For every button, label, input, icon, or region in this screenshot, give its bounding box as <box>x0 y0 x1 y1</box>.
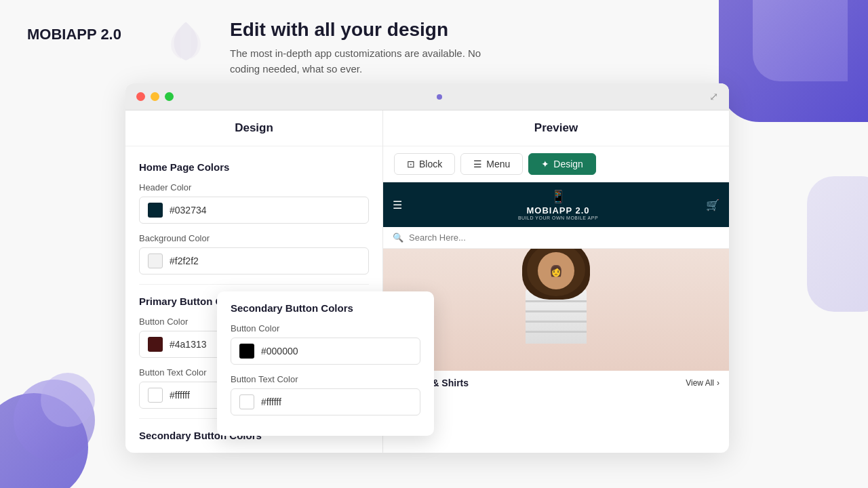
background-color-value: #f2f2f2 <box>170 256 199 266</box>
tab-menu-label: Menu <box>486 159 510 169</box>
hero-title: Edit with all your design <box>230 19 488 41</box>
background-color-swatch <box>148 253 163 268</box>
bg-decoration-bottom-left <box>0 339 122 488</box>
mobile-preview: ☰ 📱 MOBIAPP 2.0 BUILD YOUR OWN MOBILE AP… <box>383 182 729 453</box>
design-panel-title: Design <box>125 110 382 146</box>
primary-button-color-swatch <box>148 337 163 352</box>
popup-button-text-color-field[interactable]: #ffffff <box>231 388 420 415</box>
tab-design-label: Design <box>553 159 583 169</box>
background-color-label: Background Color <box>139 233 369 243</box>
popup-title: Secondary Button Colors <box>231 302 420 314</box>
mobile-logo-area: 📱 MOBIAPP 2.0 BUILD YOUR OWN MOBILE APP <box>410 189 706 220</box>
primary-button-color-value: #4a1313 <box>170 339 207 350</box>
popup-button-color-value: #000000 <box>261 346 298 357</box>
home-page-colors-title: Home Page Colors <box>139 161 369 173</box>
cart-icon[interactable]: 🛒 <box>706 199 719 211</box>
view-all-link[interactable]: View All › <box>686 378 719 388</box>
menu-icon: ☰ <box>473 159 482 169</box>
block-icon: ⊡ <box>407 159 415 169</box>
browser-dot-green[interactable] <box>165 92 174 101</box>
popup-button-color-field[interactable]: #000000 <box>231 338 420 365</box>
hero-text: Edit with all your design The most in-de… <box>230 19 488 77</box>
mobile-logo-text: MOBIAPP 2.0 <box>526 205 589 216</box>
popup-button-color-swatch <box>239 344 254 359</box>
tab-block-label: Block <box>419 159 442 169</box>
product-image-area: 👩 <box>383 249 729 371</box>
preview-panel: Preview ⊡ Block ☰ Menu ✦ Design <box>383 110 729 453</box>
popup-button-text-color-label: Button Text Color <box>231 374 420 384</box>
expand-icon[interactable]: ⤢ <box>709 90 718 103</box>
hamburger-icon[interactable]: ☰ <box>393 199 402 211</box>
primary-button-text-color-value: #ffffff <box>170 390 190 401</box>
bg-decoration-right-mid <box>807 176 868 312</box>
design-icon: ✦ <box>541 159 549 169</box>
browser-titlebar: ⤢ <box>125 83 729 110</box>
preview-tabs: ⊡ Block ☰ Menu ✦ Design <box>383 146 729 182</box>
header-color-value: #032734 <box>170 205 207 216</box>
browser-url-dot <box>437 94 442 100</box>
hero-description: The most in-depth app customizations are… <box>230 46 488 77</box>
chevron-right-icon: › <box>717 378 719 388</box>
tab-block[interactable]: ⊡ Block <box>394 153 455 175</box>
header-color-label: Header Color <box>139 182 369 192</box>
hero-icon <box>162 16 210 73</box>
background-color-field[interactable]: #f2f2f2 <box>139 247 369 274</box>
search-icon: 🔍 <box>393 232 403 243</box>
popup-button-text-color-value: #ffffff <box>261 396 281 407</box>
primary-button-text-color-swatch <box>148 388 163 403</box>
popup-button-text-color-swatch <box>239 394 254 409</box>
tab-design[interactable]: ✦ Design <box>528 153 596 175</box>
popup-button-color-label: Button Color <box>231 323 420 333</box>
secondary-button-popup: Secondary Button Colors Button Color #00… <box>217 291 434 436</box>
search-input[interactable] <box>409 232 719 243</box>
header-color-swatch <box>148 203 163 218</box>
browser-dot-yellow[interactable] <box>151 92 159 101</box>
header-color-field[interactable]: #032734 <box>139 197 369 224</box>
mobile-logo-icon: 📱 <box>551 189 566 204</box>
mobile-search-bar: 🔍 <box>383 227 729 249</box>
mobile-logo-sub: BUILD YOUR OWN MOBILE APP <box>518 216 598 220</box>
browser-dot-red[interactable] <box>136 92 145 101</box>
app-logo: MOBIAPP 2.0 <box>27 26 121 43</box>
tab-menu[interactable]: ☰ Menu <box>460 153 523 175</box>
product-category: Blouses & Shirts View All › <box>383 371 729 395</box>
preview-panel-title: Preview <box>383 110 729 146</box>
page-header: MOBIAPP 2.0 Edit with all your design Th… <box>0 0 868 83</box>
secondary-button-color-label: Button Color <box>139 451 369 453</box>
section-divider-1 <box>139 284 369 285</box>
mobile-header: ☰ 📱 MOBIAPP 2.0 BUILD YOUR OWN MOBILE AP… <box>383 182 729 227</box>
